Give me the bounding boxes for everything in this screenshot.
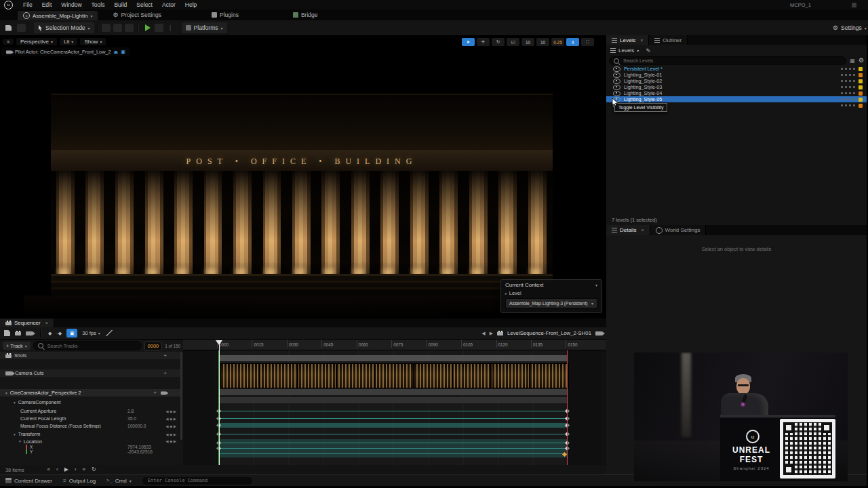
- add-track-button[interactable]: + Track ▾: [3, 342, 31, 350]
- track-shots[interactable]: Shots +: [0, 352, 180, 359]
- level-row[interactable]: Lighting_Style-04: [606, 90, 867, 96]
- level-row[interactable]: Lighting_Style-03: [606, 84, 867, 90]
- track-focus-distance[interactable]: Manual Focus Distance (Focus Settings) 1…: [0, 422, 180, 430]
- blueprint-icon[interactable]: [102, 24, 111, 32]
- track-transform[interactable]: ▾ Transform ◀ ◆ ▶: [0, 430, 180, 438]
- level-color-chip[interactable]: [859, 67, 863, 71]
- camera-lock-icon[interactable]: [595, 331, 602, 336]
- level-tab[interactable]: u Assemble_Map-Lightin ▾: [18, 11, 98, 20]
- keyframe-nav[interactable]: ◀ ◆ ▶: [165, 409, 176, 413]
- playback-options-button[interactable]: ▣: [66, 329, 77, 338]
- focus-value[interactable]: 100000.0: [127, 424, 146, 428]
- play-icon[interactable]: [145, 24, 151, 31]
- close-icon[interactable]: ×: [640, 38, 643, 43]
- level-row[interactable]: Lighting_Style-01: [606, 72, 867, 78]
- show-dropdown[interactable]: Show▾: [80, 38, 106, 45]
- angle-snap-toggle[interactable]: 10: [536, 38, 549, 46]
- visibility-eye-icon[interactable]: [613, 66, 620, 72]
- visibility-eye-icon[interactable]: [613, 79, 620, 84]
- forward-icon[interactable]: ▶: [490, 331, 493, 336]
- auto-key-icon[interactable]: ◦◆: [56, 331, 62, 336]
- save-icon[interactable]: [4, 330, 10, 336]
- level-row-buttons[interactable]: [841, 80, 855, 82]
- camera-cuts-section-bar[interactable]: [219, 389, 568, 395]
- tab-details[interactable]: Details ×: [606, 225, 650, 235]
- track-location-x[interactable]: X 7974.10533: [0, 445, 180, 449]
- transport-button[interactable]: ›: [75, 467, 77, 472]
- save-icon[interactable]: [5, 25, 12, 31]
- render-movie-icon[interactable]: [15, 331, 21, 336]
- close-icon[interactable]: ×: [45, 321, 48, 325]
- context-level-dropdown[interactable]: Assemble_Map-Lighting-3 (Persistent) ▾: [505, 298, 597, 308]
- track-search-input[interactable]: [46, 343, 137, 349]
- scale-snap-toggle[interactable]: 0.25: [551, 38, 564, 46]
- camera-cuts-filmstrip[interactable]: [219, 363, 570, 388]
- plugins-button[interactable]: Plugins: [206, 9, 244, 20]
- levels-search[interactable]: [609, 56, 846, 65]
- tab-world-settings[interactable]: World Settings: [650, 225, 707, 235]
- visibility-eye-icon[interactable]: [613, 85, 620, 90]
- move-tool-icon[interactable]: ✛: [477, 38, 490, 46]
- content-browser-icon[interactable]: [17, 24, 26, 32]
- level-row[interactable]: Lighting_Style-02: [606, 78, 867, 84]
- lock-viewport-icon[interactable]: ▣: [121, 49, 125, 55]
- level-color-chip[interactable]: [859, 73, 863, 77]
- level-color-chip[interactable]: [859, 92, 863, 96]
- playhead[interactable]: [219, 341, 220, 465]
- selection-mode-dropdown[interactable]: Selection Mode ▾: [34, 22, 94, 33]
- levels-menu-button[interactable]: Levels ▾: [610, 47, 639, 54]
- play-options-icon[interactable]: ⋮: [167, 24, 174, 31]
- cinematics-icon[interactable]: [113, 24, 122, 32]
- level-row[interactable]: Persistent Level *: [606, 66, 867, 72]
- output-log-button[interactable]: ≡ Output Log: [63, 478, 96, 484]
- sequence-breadcrumb[interactable]: LevelSequence-Front_Low_2-SH01: [507, 330, 591, 336]
- actor-track-buttons[interactable]: +: [153, 390, 167, 396]
- quick-add-icon[interactable]: [125, 24, 134, 32]
- add-shot-icon[interactable]: +: [163, 352, 167, 359]
- keyframe-options-icon[interactable]: ◆: [48, 331, 52, 336]
- keyframe-nav[interactable]: ◀ ◆ ▶: [165, 432, 176, 436]
- level-row-buttons[interactable]: [841, 86, 855, 88]
- console-command-field[interactable]: [142, 477, 252, 485]
- level-row-buttons[interactable]: [841, 68, 855, 70]
- menu-item[interactable]: Build: [109, 0, 132, 9]
- keyframe-nav[interactable]: ◀ ◆ ▶: [165, 424, 176, 428]
- close-icon[interactable]: ×: [641, 228, 644, 232]
- track-current-aperture[interactable]: Current Aperture 2.8 ◀ ◆ ▶: [0, 407, 180, 415]
- view-mode-dropdown[interactable]: Lit▾: [60, 38, 77, 45]
- fps-dropdown[interactable]: 30 fps ▾: [82, 330, 100, 336]
- camera-speed-button[interactable]: 4: [566, 38, 579, 46]
- level-row-buttons[interactable]: [841, 74, 855, 76]
- platforms-dropdown[interactable]: Platforms ▾: [182, 22, 227, 33]
- menu-item[interactable]: Edit: [37, 0, 57, 9]
- focal-value[interactable]: 35.0: [127, 416, 136, 421]
- level-row[interactable]: Lighting_Style-05: [606, 96, 867, 102]
- tab-outliner[interactable]: Outliner: [649, 35, 688, 45]
- tab-sequencer[interactable]: Sequencer ×: [0, 319, 54, 327]
- track-focal-length[interactable]: Current Focal Length 35.0 ◀ ◆ ▶: [0, 415, 180, 422]
- playhead-cap[interactable]: [216, 340, 222, 345]
- create-camera-icon[interactable]: [26, 331, 33, 336]
- back-icon[interactable]: ◀: [481, 331, 485, 336]
- skip-icon[interactable]: [155, 24, 163, 32]
- visibility-eye-icon[interactable]: [613, 73, 620, 78]
- cmd-dropdown[interactable]: >_ Cmd ▾: [106, 478, 131, 484]
- add-camera-cut-icon[interactable]: +: [163, 370, 167, 376]
- level-color-chip[interactable]: [859, 85, 863, 89]
- edit-icon[interactable]: ✎: [646, 47, 651, 54]
- console-command-input[interactable]: [146, 477, 248, 484]
- tab-levels[interactable]: Levels ×: [606, 35, 649, 45]
- playback-end-marker[interactable]: [567, 350, 568, 465]
- timeline-tracks[interactable]: [183, 350, 606, 465]
- x-value[interactable]: 7974.10533: [127, 445, 151, 449]
- transport-button[interactable]: «: [47, 467, 50, 472]
- transport-button[interactable]: »: [83, 467, 85, 472]
- tree-scrollbar[interactable]: [180, 352, 182, 440]
- timeline-ruler[interactable]: 0000001500300045006000750090010501200135…: [183, 340, 606, 350]
- menu-item[interactable]: Tools: [87, 0, 110, 9]
- content-drawer-button[interactable]: Content Drawer: [5, 478, 52, 484]
- maximize-viewport-icon[interactable]: ⛶: [581, 38, 594, 46]
- viewport-menu-button[interactable]: ≡: [3, 39, 14, 45]
- track-search[interactable]: [33, 341, 142, 350]
- level-row-buttons[interactable]: [841, 98, 855, 100]
